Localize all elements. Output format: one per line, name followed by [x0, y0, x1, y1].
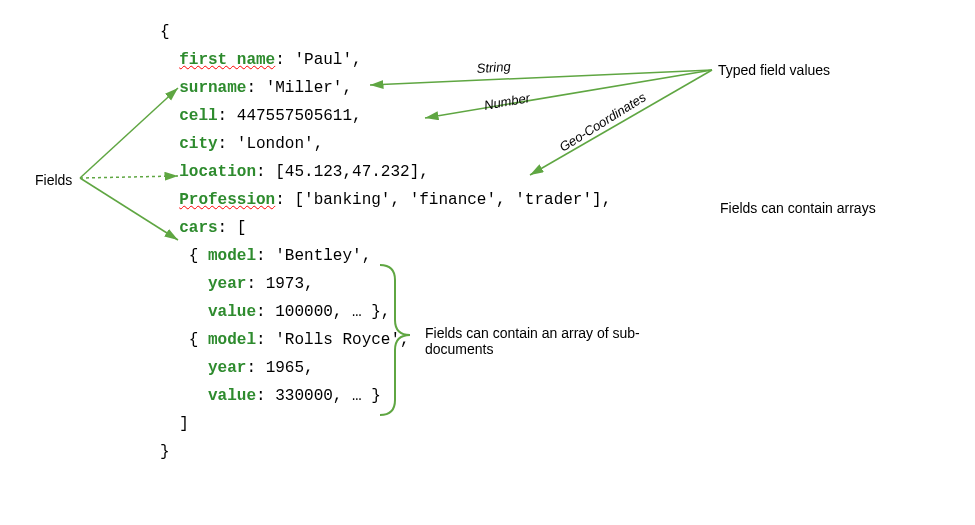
- key-cars: cars: [179, 219, 217, 237]
- key-surname: surname: [179, 79, 246, 97]
- key-city: city: [179, 135, 217, 153]
- val-car1-model: 'Bentley': [275, 247, 361, 265]
- val-first-name: 'Paul': [294, 51, 352, 69]
- code-block: { first name: 'Paul', surname: 'Miller',…: [160, 18, 611, 466]
- val-car2-year: 1965: [266, 359, 304, 377]
- label-arrays: Fields can contain arrays: [720, 200, 880, 216]
- val-surname: 'Miller': [266, 79, 343, 97]
- val-city: 'London': [237, 135, 314, 153]
- key-car2-value: value: [208, 387, 256, 405]
- val-car2-value: 330000: [275, 387, 333, 405]
- label-subdocs: Fields can contain an array of sub-docum…: [425, 325, 655, 357]
- key-car1-model: model: [208, 247, 256, 265]
- val-car2-model: 'Rolls Royce': [275, 331, 400, 349]
- key-profession: Profession: [179, 191, 275, 209]
- val-cell: 447557505611: [237, 107, 352, 125]
- key-first-name: first name: [179, 51, 275, 69]
- key-car1-year: year: [208, 275, 246, 293]
- key-car2-model: model: [208, 331, 256, 349]
- key-location: location: [179, 163, 256, 181]
- key-car2-year: year: [208, 359, 246, 377]
- key-car1-value: value: [208, 303, 256, 321]
- label-typed-values: Typed field values: [718, 62, 830, 78]
- val-location: [45.123,47.232]: [275, 163, 419, 181]
- label-fields: Fields: [35, 172, 72, 188]
- val-profession: ['banking', 'finance', 'trader']: [294, 191, 601, 209]
- val-car1-year: 1973: [266, 275, 304, 293]
- key-cell: cell: [179, 107, 217, 125]
- val-car1-value: 100000: [275, 303, 333, 321]
